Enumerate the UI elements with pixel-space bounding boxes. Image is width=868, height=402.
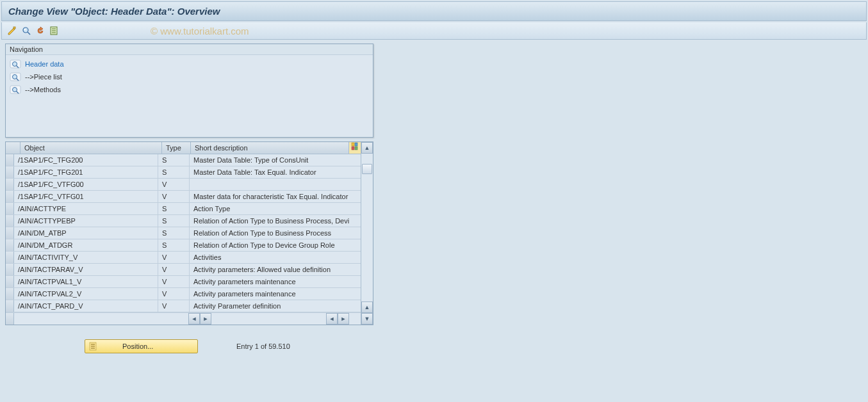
type-cell[interactable]: S (158, 227, 190, 239)
position-button[interactable]: Position... (85, 339, 198, 353)
object-cell[interactable]: /AIN/TACTPVAL2_V (14, 288, 158, 300)
magnifier-icon (10, 59, 21, 69)
description-cell[interactable]: Relation of Action Type to Business Proc… (190, 215, 361, 227)
nav-item-methods[interactable]: -->Methods (8, 83, 370, 96)
object-cell[interactable]: /AIN/DM_ATDGR (14, 239, 158, 251)
scroll-track[interactable] (361, 154, 373, 302)
description-cell[interactable]: Relation of Action Type to Business Proc… (190, 227, 361, 239)
object-cell[interactable]: /AIN/TACTPARAV_V (14, 264, 158, 275)
table-settings-icon[interactable] (349, 142, 361, 154)
object-cell[interactable]: /1SAP1/FC_TFG200 (14, 154, 158, 166)
type-cell[interactable]: V (158, 300, 190, 312)
nav-item-piece-list[interactable]: -->Piece list (8, 70, 370, 83)
select-column-header[interactable] (6, 142, 20, 154)
type-cell[interactable]: V (158, 191, 190, 202)
table-row[interactable]: /AIN/ACTTYPESAction Type (6, 203, 361, 215)
table-row[interactable]: /AIN/DM_ATDGRSRelation of Action Type to… (6, 239, 361, 252)
object-cell[interactable]: /AIN/TACT_PARD_V (14, 300, 158, 312)
scroll-left-icon[interactable]: ◄ (188, 313, 200, 325)
description-cell[interactable]: Activity parameters maintenance (190, 288, 361, 300)
row-selector[interactable] (6, 154, 14, 166)
entry-count-text: Entry 1 of 59.510 (236, 342, 290, 350)
description-cell[interactable] (190, 179, 361, 190)
description-cell[interactable]: Activity Parameter definition (190, 300, 361, 312)
scroll-up-step-icon[interactable]: ▲ (361, 302, 373, 313)
vertical-scrollbar[interactable]: ▲ ▲ ▼ (361, 142, 373, 325)
page-title: Change View "Object: Header Data": Overv… (1, 1, 867, 21)
row-selector[interactable] (6, 215, 14, 227)
description-cell[interactable]: Activity parameters: Allowed value defin… (190, 264, 361, 275)
object-cell[interactable]: /1SAP1/FC_VTFG00 (14, 179, 158, 190)
nav-item-label: Header data (25, 60, 64, 68)
horizontal-scrollbar: ◄ ► ◄ ► (6, 312, 361, 325)
nav-item-header-data[interactable]: Header data (8, 58, 370, 70)
object-column-header[interactable]: Object (20, 142, 162, 154)
description-cell[interactable]: Action Type (190, 203, 361, 214)
scroll-left-icon[interactable]: ◄ (326, 313, 338, 325)
description-column-header[interactable]: Short description (191, 142, 349, 154)
nav-item-label: -->Methods (25, 86, 61, 93)
table-row[interactable]: /AIN/ACTTYPEBPSRelation of Action Type t… (6, 215, 361, 227)
scroll-thumb[interactable] (362, 164, 372, 174)
description-cell[interactable]: Master Data Table: Type of ConsUnit (190, 154, 361, 166)
table-row[interactable]: /AIN/DM_ATBPSRelation of Action Type to … (6, 227, 361, 239)
object-cell[interactable]: /AIN/ACTTYPEBP (14, 215, 158, 227)
object-cell[interactable]: /AIN/TACTIVITY_V (14, 252, 158, 263)
row-selector[interactable] (6, 264, 14, 275)
scroll-right-icon[interactable]: ► (200, 313, 211, 325)
type-cell[interactable]: S (158, 203, 190, 214)
object-cell[interactable]: /AIN/ACTTYPE (14, 203, 158, 214)
object-cell[interactable]: /1SAP1/FC_TFG201 (14, 166, 158, 178)
svg-rect-18 (355, 143, 357, 146)
type-cell[interactable]: S (158, 239, 190, 251)
position-label: Position... (122, 342, 153, 350)
object-cell[interactable]: /AIN/TACTPVAL1_V (14, 276, 158, 287)
row-selector[interactable] (6, 166, 14, 178)
description-cell[interactable]: Master data for characteristic Tax Equal… (190, 191, 361, 202)
row-selector[interactable] (6, 288, 14, 300)
type-column-header[interactable]: Type (162, 142, 191, 154)
row-selector[interactable] (6, 179, 14, 190)
table-panel: Object Type Short description /1SAP1/FC_… (5, 141, 373, 325)
magnifier-icon[interactable] (21, 26, 31, 36)
description-cell[interactable]: Activity parameters maintenance (190, 276, 361, 287)
row-selector[interactable] (6, 276, 14, 287)
type-cell[interactable]: S (158, 154, 190, 166)
table-row[interactable]: /1SAP1/FC_TFG200SMaster Data Table: Type… (6, 154, 361, 166)
type-cell[interactable]: S (158, 166, 190, 178)
svg-point-2 (24, 29, 26, 30)
type-cell[interactable]: V (158, 288, 190, 300)
table-row[interactable]: /AIN/TACTIVITY_VVActivities (6, 252, 361, 264)
table-row[interactable]: /AIN/TACTPVAL2_VVActivity parameters mai… (6, 288, 361, 300)
row-selector[interactable] (6, 300, 14, 312)
undo-icon[interactable] (35, 26, 45, 36)
table-row[interactable]: /1SAP1/FC_VTFG00V (6, 179, 361, 191)
description-cell[interactable]: Master Data Table: Tax Equal. Indicator (190, 166, 361, 178)
row-selector[interactable] (6, 227, 14, 239)
object-cell[interactable]: /AIN/DM_ATBP (14, 227, 158, 239)
table-row[interactable]: /AIN/TACT_PARD_VVActivity Parameter defi… (6, 300, 361, 312)
table-row[interactable]: /1SAP1/FC_TFG201SMaster Data Table: Tax … (6, 166, 361, 179)
table-row[interactable]: /AIN/TACTPARAV_VVActivity parameters: Al… (6, 264, 361, 276)
row-selector[interactable] (6, 252, 14, 263)
scroll-down-icon[interactable]: ▼ (361, 313, 373, 325)
scroll-right-icon[interactable]: ► (338, 313, 349, 325)
type-cell[interactable]: S (158, 215, 190, 227)
object-cell[interactable]: /1SAP1/FC_VTFG01 (14, 191, 158, 202)
nav-item-label: -->Piece list (25, 73, 62, 81)
type-cell[interactable]: V (158, 179, 190, 190)
type-cell[interactable]: V (158, 264, 190, 275)
row-selector[interactable] (6, 239, 14, 251)
row-selector[interactable] (6, 191, 14, 202)
table-row[interactable]: /AIN/TACTPVAL1_VVActivity parameters mai… (6, 276, 361, 288)
scroll-up-icon[interactable]: ▲ (361, 142, 373, 154)
select-all-icon[interactable] (49, 26, 60, 36)
table-row[interactable]: /1SAP1/FC_VTFG01VMaster data for charact… (6, 191, 361, 203)
description-cell[interactable]: Relation of Action Type to Device Group … (190, 239, 361, 251)
display-change-icon[interactable] (7, 26, 17, 36)
svg-point-9 (13, 62, 17, 67)
row-selector[interactable] (6, 203, 14, 214)
description-cell[interactable]: Activities (190, 252, 361, 263)
type-cell[interactable]: V (158, 276, 190, 287)
type-cell[interactable]: V (158, 252, 190, 263)
